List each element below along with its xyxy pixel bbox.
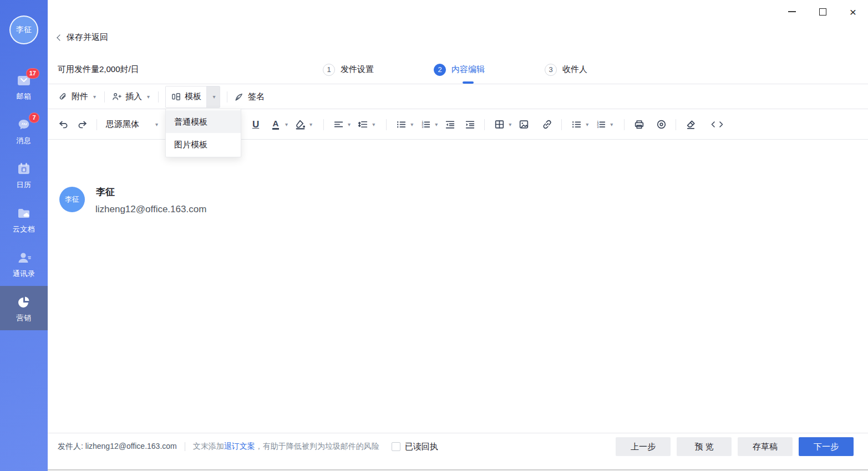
step-label: 内容编辑 <box>451 64 485 75</box>
toolbar-separator <box>386 119 387 130</box>
main-panel: × 保存并返回 可用发件量2,000封/日 1 发件设置 2 内容编辑 3 收件… <box>48 0 868 471</box>
sidebar-item-cloud-docs[interactable]: 云文档 <box>0 197 48 242</box>
from-address-text: 发件人: lizheng12@office.163.com <box>58 442 177 452</box>
numbered-list-button[interactable]: 1 2 3 ▾ <box>418 117 438 132</box>
chevron-down-icon[interactable]: ▾ <box>410 121 413 127</box>
sidebar-item-mail[interactable]: 17 邮箱 <box>0 64 48 109</box>
font-family-value: 思源黑体 <box>106 119 139 130</box>
next-step-button[interactable]: 下一步 <box>799 437 854 456</box>
app-sidebar: 李征 17 邮箱 7 消息 <box>0 0 48 471</box>
step-number: 2 <box>434 64 446 76</box>
step-recipients[interactable]: 3 收件人 <box>545 55 656 84</box>
paperclip-icon <box>58 91 68 102</box>
chevron-down-icon[interactable]: ▾ <box>309 121 312 127</box>
chevron-down-icon[interactable]: ▾ <box>435 121 438 127</box>
outdent-button[interactable] <box>442 117 458 132</box>
undo-button[interactable] <box>55 117 71 132</box>
email-body-editor[interactable]: 李征 李征 lizheng12@office.163.com <box>48 140 868 433</box>
template-dropdown-menu: 普通模板 图片模板 <box>165 109 241 157</box>
save-draft-button[interactable]: 存草稿 <box>738 437 793 456</box>
signature-label: 签名 <box>248 91 265 102</box>
person-add-icon <box>111 91 122 102</box>
sender-avatar: 李征 <box>59 187 85 212</box>
menu-item-image-template[interactable]: 图片模板 <box>166 133 241 156</box>
chevron-down-icon[interactable]: ▾ <box>348 121 351 127</box>
previous-step-button[interactable]: 上一步 <box>616 437 671 456</box>
minimize-button[interactable] <box>787 7 797 17</box>
printer-icon <box>633 119 645 130</box>
unordered-list-button-2[interactable]: ▾ <box>568 117 588 132</box>
chevron-down-icon[interactable]: ▾ <box>610 121 613 127</box>
back-label: 保存并返回 <box>67 32 108 43</box>
line-spacing-button[interactable]: ▾ <box>355 117 375 132</box>
font-color-button[interactable]: A ▾ <box>268 117 288 132</box>
align-button[interactable]: ▾ <box>331 117 351 132</box>
underline-button[interactable]: U <box>248 117 263 132</box>
align-icon <box>333 119 344 130</box>
indent-icon <box>464 119 476 130</box>
redo-button[interactable] <box>74 117 90 132</box>
link-icon <box>541 119 553 130</box>
indent-button[interactable] <box>462 117 478 132</box>
svg-text:3: 3 <box>597 125 598 129</box>
link-button[interactable] <box>539 117 555 132</box>
template-button[interactable]: 模板 <box>166 86 206 107</box>
unsubscribe-link[interactable]: 退订文案 <box>224 442 255 450</box>
image-icon <box>518 119 530 130</box>
svg-text:8: 8 <box>23 167 26 172</box>
chevron-down-icon[interactable]: ▾ <box>147 94 150 100</box>
font-family-select[interactable]: 思源黑体 ▾ <box>106 119 158 130</box>
chevron-down-icon[interactable]: ▾ <box>285 121 288 127</box>
table-button[interactable]: ▾ <box>491 117 511 132</box>
bullet-list-icon <box>571 119 582 130</box>
cloud-folder-icon <box>16 206 32 221</box>
preview-mail-button[interactable]: 预 览 <box>677 437 732 456</box>
insert-button[interactable]: 插入 ▾ <box>111 91 151 102</box>
wizard-steps: 1 发件设置 2 内容编辑 3 收件人 <box>323 55 656 84</box>
redo-icon <box>77 119 88 130</box>
chevron-down-icon[interactable]: ▾ <box>586 121 588 127</box>
svg-text:3: 3 <box>422 125 423 129</box>
preview-button[interactable] <box>653 117 669 132</box>
sidebar-item-contacts[interactable]: 通讯录 <box>0 242 48 286</box>
underline-icon: U <box>252 119 259 130</box>
chevron-down-icon: ▾ <box>212 94 215 100</box>
sidebar-item-messages[interactable]: 7 消息 <box>0 109 48 153</box>
signature-pen-icon <box>234 91 245 102</box>
sidebar-item-marketing[interactable]: 营销 <box>0 286 48 330</box>
bullet-list-button[interactable]: ▾ <box>393 117 413 132</box>
chevron-down-icon[interactable]: ▾ <box>509 121 511 127</box>
tip-prefix: 文末添加 <box>193 442 224 450</box>
print-button[interactable] <box>631 117 647 132</box>
insert-label: 插入 <box>125 91 142 102</box>
attachment-button[interactable]: 附件 ▾ <box>58 91 98 102</box>
chevron-down-icon[interactable]: ▾ <box>372 121 375 127</box>
toolbar-separator <box>561 119 562 130</box>
footer-separator <box>185 442 185 451</box>
avatar[interactable]: 李征 <box>9 16 38 44</box>
template-button-group: 模板 ▾ <box>165 86 220 108</box>
maximize-icon <box>819 8 826 16</box>
menu-item-normal-template[interactable]: 普通模板 <box>166 110 241 133</box>
sidebar-item-calendar[interactable]: 8 日历 <box>0 153 48 197</box>
step-label: 发件设置 <box>341 64 374 75</box>
step-content-edit[interactable]: 2 内容编辑 <box>434 55 545 84</box>
image-button[interactable] <box>516 117 531 132</box>
step-send-settings[interactable]: 1 发件设置 <box>323 55 434 84</box>
messages-unread-badge: 7 <box>29 112 39 123</box>
close-button[interactable]: × <box>848 7 858 17</box>
template-dropdown-toggle[interactable]: ▾ <box>206 86 220 107</box>
toolbar-separator <box>227 91 227 103</box>
ordered-list-button-2[interactable]: 1 2 3 ▾ <box>593 117 613 132</box>
signature-button[interactable]: 签名 <box>234 91 265 102</box>
source-code-button[interactable] <box>706 117 728 132</box>
maximize-button[interactable] <box>818 7 828 17</box>
clear-format-button[interactable] <box>683 117 698 132</box>
highlight-color-button[interactable]: ▾ <box>292 117 312 132</box>
read-receipt-checkbox[interactable] <box>392 442 400 451</box>
save-and-return-link[interactable]: 保存并返回 <box>58 32 108 43</box>
toolbar-separator <box>104 91 105 103</box>
attachment-label: 附件 <box>72 91 88 102</box>
chevron-down-icon[interactable]: ▾ <box>93 94 96 100</box>
line-spacing-icon <box>357 119 369 130</box>
